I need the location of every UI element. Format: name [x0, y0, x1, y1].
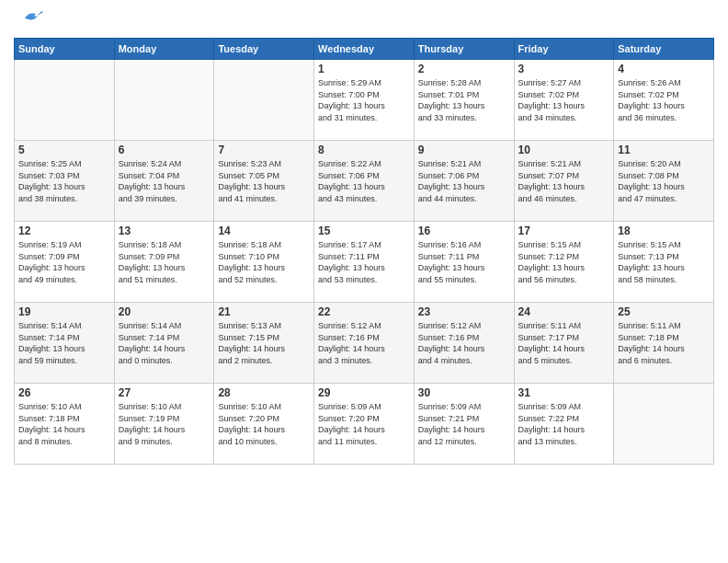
day-number: 28 [218, 386, 310, 399]
table-row: 27Sunrise: 5:10 AM Sunset: 7:19 PM Dayli… [114, 384, 214, 465]
day-number: 14 [218, 224, 310, 237]
day-number: 16 [418, 224, 510, 237]
day-info: Sunrise: 5:11 AM Sunset: 7:17 PM Dayligh… [518, 320, 610, 366]
calendar-page: Sunday Monday Tuesday Wednesday Thursday… [0, 0, 728, 563]
day-info: Sunrise: 5:15 AM Sunset: 7:12 PM Dayligh… [518, 239, 610, 285]
day-info: Sunrise: 5:13 AM Sunset: 7:15 PM Dayligh… [218, 320, 310, 366]
table-row: 31Sunrise: 5:09 AM Sunset: 7:22 PM Dayli… [514, 384, 614, 465]
day-number: 29 [318, 386, 410, 399]
logo-bird-icon [17, 5, 45, 32]
day-number: 5 [18, 144, 110, 156]
table-row: 18Sunrise: 5:15 AM Sunset: 7:13 PM Dayli… [614, 222, 714, 303]
table-row: 28Sunrise: 5:10 AM Sunset: 7:20 PM Dayli… [214, 384, 314, 465]
table-row: 29Sunrise: 5:09 AM Sunset: 7:20 PM Dayli… [314, 384, 415, 465]
day-number: 31 [518, 386, 610, 399]
calendar-week-row: 26Sunrise: 5:10 AM Sunset: 7:18 PM Dayli… [15, 384, 714, 465]
col-tuesday: Tuesday [214, 39, 314, 60]
col-monday: Monday [114, 39, 214, 60]
calendar-table: Sunday Monday Tuesday Wednesday Thursday… [14, 38, 714, 465]
day-info: Sunrise: 5:24 AM Sunset: 7:04 PM Dayligh… [119, 158, 210, 204]
table-row: 9Sunrise: 5:21 AM Sunset: 7:06 PM Daylig… [414, 141, 514, 222]
day-number: 2 [418, 63, 510, 75]
day-info: Sunrise: 5:09 AM Sunset: 7:21 PM Dayligh… [418, 401, 510, 447]
day-info: Sunrise: 5:26 AM Sunset: 7:02 PM Dayligh… [618, 77, 710, 123]
table-row: 21Sunrise: 5:13 AM Sunset: 7:15 PM Dayli… [214, 303, 314, 384]
day-number: 10 [518, 144, 610, 156]
table-row: 24Sunrise: 5:11 AM Sunset: 7:17 PM Dayli… [514, 303, 614, 384]
table-row [214, 60, 314, 141]
day-info: Sunrise: 5:18 AM Sunset: 7:10 PM Dayligh… [218, 239, 310, 285]
day-number: 17 [518, 224, 610, 237]
table-row: 6Sunrise: 5:24 AM Sunset: 7:04 PM Daylig… [114, 141, 214, 222]
day-number: 12 [18, 224, 110, 237]
table-row: 1Sunrise: 5:29 AM Sunset: 7:00 PM Daylig… [314, 60, 415, 141]
calendar-week-row: 19Sunrise: 5:14 AM Sunset: 7:14 PM Dayli… [15, 303, 714, 384]
table-row: 4Sunrise: 5:26 AM Sunset: 7:02 PM Daylig… [614, 60, 714, 141]
day-info: Sunrise: 5:19 AM Sunset: 7:09 PM Dayligh… [18, 239, 110, 285]
table-row: 10Sunrise: 5:21 AM Sunset: 7:07 PM Dayli… [514, 141, 614, 222]
day-info: Sunrise: 5:25 AM Sunset: 7:03 PM Dayligh… [18, 158, 110, 204]
day-info: Sunrise: 5:10 AM Sunset: 7:20 PM Dayligh… [218, 401, 310, 447]
day-info: Sunrise: 5:10 AM Sunset: 7:18 PM Dayligh… [18, 401, 110, 447]
day-info: Sunrise: 5:12 AM Sunset: 7:16 PM Dayligh… [318, 320, 410, 366]
day-info: Sunrise: 5:17 AM Sunset: 7:11 PM Dayligh… [318, 239, 410, 285]
table-row: 17Sunrise: 5:15 AM Sunset: 7:12 PM Dayli… [514, 222, 614, 303]
day-info: Sunrise: 5:21 AM Sunset: 7:07 PM Dayligh… [518, 158, 610, 204]
day-number: 25 [618, 305, 710, 318]
calendar-week-row: 1Sunrise: 5:29 AM Sunset: 7:00 PM Daylig… [15, 60, 714, 141]
day-info: Sunrise: 5:21 AM Sunset: 7:06 PM Dayligh… [418, 158, 510, 204]
col-saturday: Saturday [614, 39, 714, 60]
day-number: 9 [418, 144, 510, 156]
day-info: Sunrise: 5:09 AM Sunset: 7:22 PM Dayligh… [518, 401, 610, 447]
day-info: Sunrise: 5:20 AM Sunset: 7:08 PM Dayligh… [618, 158, 710, 204]
day-number: 24 [518, 305, 610, 318]
day-info: Sunrise: 5:18 AM Sunset: 7:09 PM Dayligh… [119, 239, 210, 285]
header [14, 9, 714, 32]
table-row: 3Sunrise: 5:27 AM Sunset: 7:02 PM Daylig… [514, 60, 614, 141]
day-number: 30 [418, 386, 510, 399]
table-row [114, 60, 214, 141]
day-number: 20 [119, 305, 210, 318]
day-info: Sunrise: 5:28 AM Sunset: 7:01 PM Dayligh… [418, 77, 510, 123]
day-info: Sunrise: 5:11 AM Sunset: 7:18 PM Dayligh… [618, 320, 710, 366]
day-number: 4 [618, 63, 710, 75]
day-number: 21 [218, 305, 310, 318]
table-row: 23Sunrise: 5:12 AM Sunset: 7:16 PM Dayli… [414, 303, 514, 384]
table-row: 12Sunrise: 5:19 AM Sunset: 7:09 PM Dayli… [15, 222, 115, 303]
day-number: 13 [119, 224, 210, 237]
day-number: 1 [318, 63, 410, 75]
table-row: 16Sunrise: 5:16 AM Sunset: 7:11 PM Dayli… [414, 222, 514, 303]
table-row: 2Sunrise: 5:28 AM Sunset: 7:01 PM Daylig… [414, 60, 514, 141]
table-row: 25Sunrise: 5:11 AM Sunset: 7:18 PM Dayli… [614, 303, 714, 384]
day-info: Sunrise: 5:23 AM Sunset: 7:05 PM Dayligh… [218, 158, 310, 204]
day-number: 3 [518, 63, 610, 75]
table-row: 19Sunrise: 5:14 AM Sunset: 7:14 PM Dayli… [15, 303, 115, 384]
day-number: 11 [618, 144, 710, 156]
day-number: 19 [18, 305, 110, 318]
table-row [15, 60, 115, 141]
day-info: Sunrise: 5:09 AM Sunset: 7:20 PM Dayligh… [318, 401, 410, 447]
table-row: 26Sunrise: 5:10 AM Sunset: 7:18 PM Dayli… [15, 384, 115, 465]
table-row: 11Sunrise: 5:20 AM Sunset: 7:08 PM Dayli… [614, 141, 714, 222]
day-number: 6 [119, 144, 210, 156]
day-number: 26 [18, 386, 110, 399]
day-info: Sunrise: 5:15 AM Sunset: 7:13 PM Dayligh… [618, 239, 710, 285]
day-number: 7 [218, 144, 310, 156]
calendar-week-row: 12Sunrise: 5:19 AM Sunset: 7:09 PM Dayli… [15, 222, 714, 303]
col-sunday: Sunday [15, 39, 115, 60]
day-number: 27 [119, 386, 210, 399]
day-info: Sunrise: 5:16 AM Sunset: 7:11 PM Dayligh… [418, 239, 510, 285]
calendar-header-row: Sunday Monday Tuesday Wednesday Thursday… [15, 39, 714, 60]
col-friday: Friday [514, 39, 614, 60]
col-thursday: Thursday [414, 39, 514, 60]
day-info: Sunrise: 5:10 AM Sunset: 7:19 PM Dayligh… [119, 401, 210, 447]
table-row: 13Sunrise: 5:18 AM Sunset: 7:09 PM Dayli… [114, 222, 214, 303]
table-row: 7Sunrise: 5:23 AM Sunset: 7:05 PM Daylig… [214, 141, 314, 222]
calendar-week-row: 5Sunrise: 5:25 AM Sunset: 7:03 PM Daylig… [15, 141, 714, 222]
logo [14, 9, 45, 32]
day-number: 23 [418, 305, 510, 318]
day-info: Sunrise: 5:27 AM Sunset: 7:02 PM Dayligh… [518, 77, 610, 123]
table-row: 14Sunrise: 5:18 AM Sunset: 7:10 PM Dayli… [214, 222, 314, 303]
col-wednesday: Wednesday [314, 39, 415, 60]
table-row: 20Sunrise: 5:14 AM Sunset: 7:14 PM Dayli… [114, 303, 214, 384]
